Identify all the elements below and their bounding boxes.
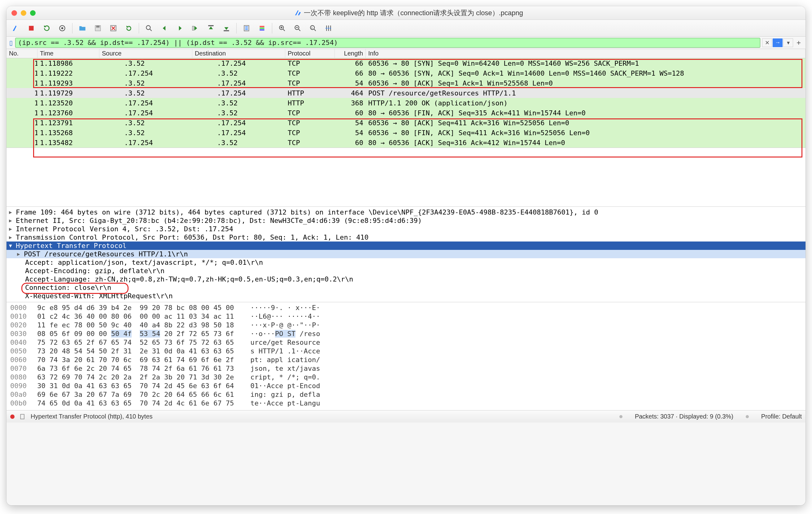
goto-icon [192,24,199,32]
expand-icon[interactable]: ▶ [9,226,16,232]
detail-http-accept-language[interactable]: Accept-Language: zh-CN,zh;q=0.8,zh-TW;q=… [6,275,806,283]
hex-row[interactable]: 00a0 69 6e 67 3a 20 67 7a 6970 2c 20 64 … [10,390,802,399]
autoscroll-button[interactable] [240,22,253,34]
hex-row[interactable]: 0080 63 72 69 70 74 2c 20 2a2f 2a 3b 20 … [10,373,802,382]
col-no[interactable]: No. [6,49,37,58]
packet-list-body[interactable]: 1061.118986.3.52.17.254TCP6660536 → 80 [… [6,58,806,147]
display-filter-input[interactable]: (ip.src == .3.52 && ip.dst== .17.254) ||… [15,38,760,48]
collapse-icon[interactable]: ▼ [9,243,16,249]
detail-frame[interactable]: ▶Frame 109: 464 bytes on wire (3712 bits… [6,208,806,216]
hex-row[interactable]: 00b0 74 65 0d 0a 41 63 63 6570 74 2d 4c … [10,399,802,408]
col-info[interactable]: Info [366,49,806,58]
detail-tcp[interactable]: ▶Transmission Control Protocol, Src Port… [6,233,806,242]
save-button[interactable] [91,22,105,34]
reload-icon [125,24,133,32]
restart-capture-button[interactable] [40,22,54,34]
first-packet-button[interactable] [204,22,218,34]
add-filter-button[interactable]: + [794,38,804,47]
main-toolbar: 1 [6,20,806,36]
expand-icon[interactable]: ▶ [9,218,16,223]
col-destination[interactable]: Destination [192,49,285,58]
col-length[interactable]: Length [335,49,366,58]
hex-row[interactable]: 0040 75 72 63 65 2f 67 65 7452 65 73 6f … [10,338,802,347]
filter-bookmark-icon[interactable]: ▯ [6,39,15,47]
open-file-button[interactable] [76,22,89,34]
go-back-button[interactable] [157,22,171,34]
columns-icon [324,24,332,32]
svg-rect-4 [96,25,100,28]
hex-row[interactable]: 0070 6a 73 6f 6e 2c 20 74 6578 74 2f 6a … [10,364,802,373]
zoom-reset-button[interactable]: 1 [306,22,320,34]
detail-http-post[interactable]: ▶POST /resource/getResources HTTP/1.1\r\… [6,250,806,258]
detail-http-accept[interactable]: Accept: application/json, text/javascrip… [6,258,806,267]
minimize-icon[interactable] [21,10,26,16]
start-capture-button[interactable] [9,22,23,34]
packet-details-pane[interactable]: ▶Frame 109: 464 bytes on wire (3712 bits… [6,207,806,302]
arrow-up-bar-icon [207,24,215,32]
svg-rect-13 [260,29,264,30]
packet-list-header[interactable]: No. Time Source Destination Protocol Len… [6,49,806,58]
capture-options-button[interactable] [55,22,69,34]
col-source[interactable]: Source [99,49,192,58]
hex-row[interactable]: 0000 9c e8 95 d4 d6 39 b4 2e99 20 78 bc … [10,303,802,312]
window-title: 一次不带 keeplive的 http 请求（connection请求头设置为 … [36,8,782,18]
table-row[interactable]: 1201.135268.3.52.17.254TCP5460536 → 80 [… [6,128,806,138]
hex-row[interactable]: 0050 73 20 48 54 54 50 2f 312e 31 0d 0a … [10,347,802,356]
colorize-button[interactable] [255,22,269,34]
hex-row[interactable]: 0090 30 31 0d 0a 41 63 63 6570 74 2d 45 … [10,382,802,390]
status-profile[interactable]: Profile: Default [761,413,802,420]
titlebar[interactable]: 一次不带 keeplive的 http 请求（connection请求头设置为 … [6,6,806,20]
stop-capture-button[interactable] [25,22,38,34]
find-button[interactable] [142,22,156,34]
table-row[interactable]: 1091.119729.3.52.17.254HTTP464POST /reso… [6,88,806,98]
packet-bytes-pane[interactable]: 0000 9c e8 95 d4 d6 39 b4 2e99 20 78 bc … [6,302,806,410]
detail-ip[interactable]: ▶Internet Protocol Version 4, Src: .3.52… [6,225,806,233]
detail-http[interactable]: ▼Hypertext Transfer Protocol [6,242,806,250]
detail-ethernet[interactable]: ▶Ethernet II, Src: Giga-Byt_20:78:bc (b4… [6,216,806,225]
apply-filter-button[interactable]: → [773,38,783,47]
go-forward-button[interactable] [173,22,187,34]
table-row[interactable]: 1061.118986.3.52.17.254TCP6660536 → 80 [… [6,58,806,68]
svg-rect-8 [208,25,213,26]
table-row[interactable]: 1111.123760.17.254.3.52TCP6080 → 60536 [… [6,108,806,118]
filter-history-button[interactable]: ▾ [783,38,793,47]
close-file-button[interactable] [107,22,120,34]
hex-row[interactable]: 0060 70 74 3a 20 61 70 70 6c69 63 61 74 … [10,356,802,364]
window-controls [11,10,36,16]
clear-filter-button[interactable]: ✕ [762,38,772,47]
expand-icon[interactable]: ▶ [17,251,24,257]
save-icon [94,24,102,32]
zoom-out-button[interactable] [291,22,304,34]
expand-icon[interactable]: ▶ [9,234,16,240]
table-row[interactable]: 1071.119222.17.254.3.52TCP6680 → 60536 [… [6,68,806,78]
svg-rect-11 [260,26,264,27]
detail-http-connection[interactable]: Connection: close\r\n [6,283,806,292]
status-left-text: Hypertext Transfer Protocol (http), 410 … [31,413,153,420]
capture-file-icon[interactable] [20,413,26,420]
last-packet-button[interactable] [220,22,233,34]
hex-row[interactable]: 0010 01 c2 4c 36 40 00 80 0600 00 ac 11 … [10,312,802,321]
packet-list-pane[interactable]: No. Time Source Destination Protocol Len… [6,49,806,148]
table-row[interactable]: 1121.123791.3.52.17.254TCP5460536 → 80 [… [6,118,806,128]
arrow-right-icon [176,24,184,32]
detail-http-accept-encoding[interactable]: Accept-Encoding: gzip, deflate\r\n [6,267,806,275]
hex-row[interactable]: 0030 08 05 6f 09 00 00 50 4f53 54 20 2f … [10,329,802,338]
zoom-icon[interactable] [30,10,36,16]
close-icon[interactable] [11,10,17,16]
table-row[interactable]: 1211.135482.17.254.3.52TCP6080 → 60536 [… [6,138,806,147]
zoom-in-button[interactable] [275,22,289,34]
expert-info-icon[interactable] [10,414,14,419]
table-row[interactable]: 1101.123520.17.254.3.52HTTP368HTTP/1.1 2… [6,98,806,108]
hex-row[interactable]: 0020 11 fe ec 78 00 50 9c 4040 a4 8b 22 … [10,321,802,329]
packet-list-empty [6,148,806,207]
col-time[interactable]: Time [37,49,99,58]
detail-http-x-requested-with[interactable]: X-Requested-With: XMLHttpRequest\r\n [6,292,806,300]
folder-icon [78,24,86,32]
resize-columns-button[interactable] [322,22,336,34]
reload-button[interactable] [122,22,136,34]
goto-packet-button[interactable] [188,22,202,34]
expand-icon[interactable]: ▶ [9,209,16,215]
table-row[interactable]: 1081.119293.3.52.17.254TCP5460536 → 80 [… [6,78,806,88]
col-protocol[interactable]: Protocol [285,49,335,58]
svg-text:1: 1 [311,26,313,29]
